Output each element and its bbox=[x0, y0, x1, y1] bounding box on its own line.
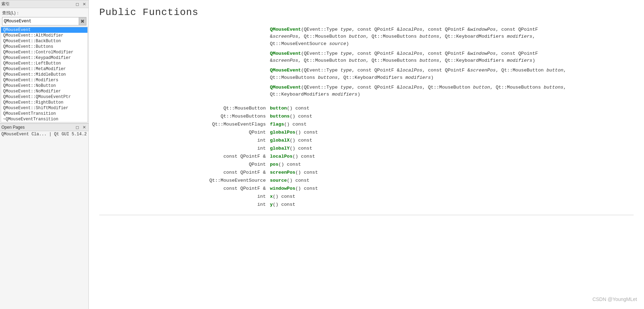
method-sig-pos: pos() const bbox=[270, 162, 301, 167]
constructor-2: QMouseEvent(QEvent::Type type, const QPo… bbox=[99, 50, 634, 65]
method-link-flags[interactable]: flags bbox=[270, 122, 284, 127]
search-panel: 查找(L)： ✖ bbox=[0, 8, 88, 27]
method-row-pos: QPoint pos() const bbox=[99, 161, 634, 168]
constructor-1-sig: QMouseEvent(QEvent::Type type, const QPo… bbox=[270, 26, 538, 47]
method-row-flags: Qt::MouseEventFlags flags() const bbox=[99, 121, 634, 128]
index-panel-header: 索引 ◻ ✕ bbox=[0, 0, 88, 8]
index-item-backbutton[interactable]: QMouseEvent::BackButton bbox=[1, 38, 87, 44]
index-item-qmouseeventtransition[interactable]: QMouseEventTransition bbox=[1, 111, 87, 116]
open-pages-list: QMouseEvent Cla... | Qt GUI 5.14.2 bbox=[0, 131, 88, 137]
index-item-dtor-qmouseeventtransition[interactable]: ~QMouseEventTransition bbox=[1, 116, 87, 122]
open-pages-panel: Open Pages ◻ ✕ QMouseEvent Cla... | Qt G… bbox=[0, 123, 88, 144]
method-row-globalx: int globalX() const bbox=[99, 137, 634, 144]
index-item-controlmodifier[interactable]: QMouseEvent::ControlModifier bbox=[1, 50, 87, 55]
method-return-localpos: const QPointF & bbox=[99, 154, 270, 159]
method-return-source: Qt::MouseEventSource bbox=[99, 178, 270, 183]
method-return-windowpos: const QPointF & bbox=[99, 186, 270, 191]
main-content: Public Functions QMouseEvent(QEvent::Typ… bbox=[89, 0, 644, 309]
constructor-1-name: QMouseEvent bbox=[270, 27, 301, 32]
constructor-4-sig: QMouseEvent(QEvent::Type type, const QPo… bbox=[270, 84, 566, 98]
method-return-globalx: int bbox=[99, 138, 270, 143]
index-item-qmouseevent[interactable]: QMouseEvent bbox=[1, 27, 87, 33]
method-sig-windowpos: windowPos() const bbox=[270, 186, 318, 191]
method-row-y: int y() const bbox=[99, 201, 634, 208]
index-item-qmouseeventptr[interactable]: QMouseEvent::QMouseEventPtr bbox=[1, 94, 87, 100]
method-sig-localpos: localPos() const bbox=[270, 154, 315, 159]
method-sig-globaly: globalY() const bbox=[270, 146, 312, 151]
constructor-group: QMouseEvent(QEvent::Type type, const QPo… bbox=[99, 26, 634, 98]
methods-section: Qt::MouseButton button() const Qt::Mouse… bbox=[99, 105, 634, 208]
index-item-middlebutton[interactable]: QMouseEvent::MiddleButton bbox=[1, 72, 87, 77]
open-page-item[interactable]: QMouseEvent Cla... | Qt GUI 5.14.2 bbox=[1, 132, 87, 137]
close-icon[interactable]: ✕ bbox=[82, 1, 87, 7]
open-pages-close-icon[interactable]: ✕ bbox=[82, 125, 87, 130]
method-return-globalpos: QPoint bbox=[99, 130, 270, 135]
method-row-source: Qt::MouseEventSource source() const bbox=[99, 177, 634, 184]
method-return-x: int bbox=[99, 194, 270, 199]
method-return-flags: Qt::MouseEventFlags bbox=[99, 122, 270, 127]
method-row-screenpos: const QPointF & screenPos() const bbox=[99, 169, 634, 176]
search-row: ✖ bbox=[2, 17, 86, 25]
method-link-screenpos[interactable]: screenPos bbox=[270, 170, 295, 175]
constructor-3: QMouseEvent(QEvent::Type type, const QPo… bbox=[99, 67, 634, 81]
method-link-x[interactable]: x bbox=[270, 194, 273, 199]
index-item-nomodifier[interactable]: QMouseEvent::NoModifier bbox=[1, 89, 87, 94]
method-row-globaly: int globalY() const bbox=[99, 145, 634, 152]
method-return-pos: QPoint bbox=[99, 162, 270, 167]
method-return-screenpos: const QPointF & bbox=[99, 170, 270, 175]
constructor-3-sig: QMouseEvent(QEvent::Type type, const QPo… bbox=[270, 67, 566, 81]
method-link-buttons[interactable]: buttons bbox=[270, 114, 290, 119]
method-link-button[interactable]: button bbox=[270, 106, 287, 111]
constructor-4: QMouseEvent(QEvent::Type type, const QPo… bbox=[99, 84, 634, 98]
method-row-button: Qt::MouseButton button() const bbox=[99, 105, 634, 112]
index-item-shiftmodifier[interactable]: QMouseEvent::ShiftModifier bbox=[1, 105, 87, 111]
method-return-y: int bbox=[99, 202, 270, 207]
constructor-4-name: QMouseEvent bbox=[270, 85, 301, 90]
method-sig-globalpos: globalPos() const bbox=[270, 130, 318, 135]
open-pages-title: Open Pages bbox=[1, 125, 25, 130]
method-link-globalpos[interactable]: globalPos bbox=[270, 130, 295, 135]
index-list[interactable]: QMouseEvent QMouseEvent::AltModifier QMo… bbox=[1, 27, 88, 122]
index-item-keypadmodifier[interactable]: QMouseEvent::KeypadModifier bbox=[1, 55, 87, 61]
index-panel-title: 索引 bbox=[1, 1, 10, 7]
index-item-rightbutton[interactable]: QMouseEvent::RightButton bbox=[1, 100, 87, 105]
method-link-pos[interactable]: pos bbox=[270, 162, 278, 167]
method-return-button: Qt::MouseButton bbox=[99, 106, 270, 111]
method-sig-source: source() const bbox=[270, 178, 309, 183]
method-sig-x: x() const bbox=[270, 194, 295, 199]
open-pages-restore-icon[interactable]: ◻ bbox=[75, 125, 80, 130]
index-item-buttons[interactable]: QMouseEvent::Buttons bbox=[1, 44, 87, 50]
method-return-buttons: Qt::MouseButtons bbox=[99, 114, 270, 119]
panel-header-icons: ◻ ✕ bbox=[75, 1, 87, 7]
search-input[interactable] bbox=[2, 18, 79, 24]
method-link-globalx[interactable]: globalX bbox=[270, 138, 290, 143]
method-link-source[interactable]: source bbox=[270, 178, 287, 183]
method-sig-y: y() const bbox=[270, 202, 295, 207]
method-link-localpos[interactable]: localPos bbox=[270, 154, 293, 159]
method-sig-flags: flags() const bbox=[270, 122, 307, 127]
index-panel: 索引 ◻ ✕ 查找(L)： ✖ QMouseEvent QMouseEvent:… bbox=[0, 0, 88, 123]
method-return-globaly: int bbox=[99, 146, 270, 151]
index-item-modifiers[interactable]: QMouseEvent::Modifiers bbox=[1, 77, 87, 83]
constructor-2-sig: QMouseEvent(QEvent::Type type, const QPo… bbox=[270, 50, 538, 65]
method-sig-buttons: buttons() const bbox=[270, 114, 312, 119]
method-row-globalpos: QPoint globalPos() const bbox=[99, 129, 634, 136]
constructor-2-name: QMouseEvent bbox=[270, 51, 301, 56]
index-item-altmodifier[interactable]: QMouseEvent::AltModifier bbox=[1, 33, 87, 38]
method-sig-globalx: globalX() const bbox=[270, 138, 312, 143]
method-row-x: int x() const bbox=[99, 193, 634, 200]
open-pages-icons: ◻ ✕ bbox=[75, 125, 87, 130]
page-title: Public Functions bbox=[99, 7, 634, 18]
method-link-y[interactable]: y bbox=[270, 202, 273, 207]
method-link-globaly[interactable]: globalY bbox=[270, 146, 290, 151]
search-clear-button[interactable]: ✖ bbox=[79, 17, 86, 25]
method-link-windowpos[interactable]: windowPos bbox=[270, 186, 295, 191]
index-item-leftbutton[interactable]: QMouseEvent::LeftButton bbox=[1, 61, 87, 66]
index-item-nobutton[interactable]: QMouseEvent::NoButton bbox=[1, 83, 87, 89]
method-row-windowpos: const QPointF & windowPos() const bbox=[99, 185, 634, 192]
sidebar: 索引 ◻ ✕ 查找(L)： ✖ QMouseEvent QMouseEvent:… bbox=[0, 0, 89, 309]
index-item-metamodifier[interactable]: QMouseEvent::MetaModifier bbox=[1, 66, 87, 72]
bottom-separator bbox=[99, 215, 634, 215]
method-row-buttons: Qt::MouseButtons buttons() const bbox=[99, 113, 634, 120]
restore-icon[interactable]: ◻ bbox=[75, 1, 80, 7]
